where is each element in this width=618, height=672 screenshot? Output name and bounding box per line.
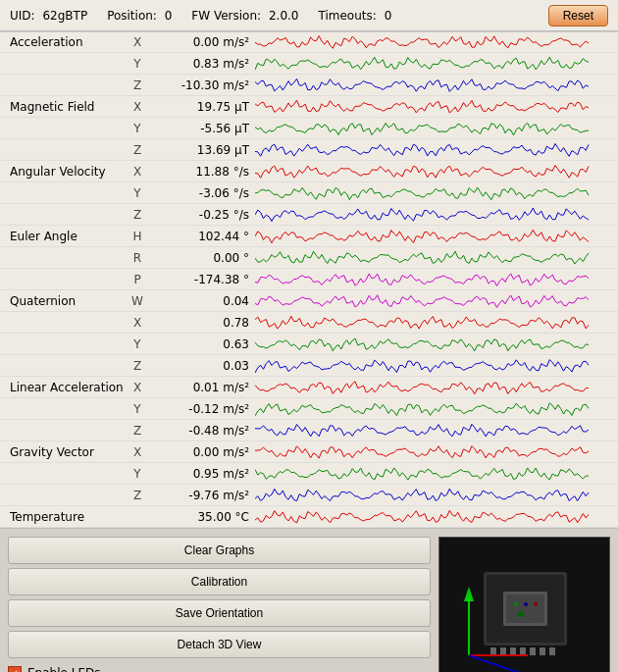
top-bar: UID: 62gBTP Position: 0 FW Version: 2.0.… (0, 0, 618, 31)
sensor-axis-label: X (128, 445, 147, 459)
sensor-axis-label: X (128, 35, 147, 49)
waveform-path (255, 123, 589, 135)
conn-4 (520, 647, 526, 655)
sensor-graph (255, 290, 618, 312)
waveform-path (255, 230, 589, 243)
sensor-row: Y0.63 (0, 334, 618, 355)
waveform-svg (255, 290, 618, 312)
left-controls: Clear Graphs Calibration Save Orientatio… (8, 537, 431, 672)
calibration-button[interactable]: Calibration (8, 568, 431, 595)
sensor-graph (255, 441, 618, 463)
sensor-value-display: 0.83 m/s² (147, 57, 255, 71)
waveform-svg (255, 96, 618, 118)
waveform-svg (255, 398, 618, 420)
sensor-name-label: Quaternion (0, 294, 128, 308)
imu-dot-3 (534, 602, 538, 606)
sensor-graph (255, 182, 618, 204)
waveform-svg (255, 506, 618, 528)
waveform-path (255, 187, 589, 200)
imu-visualization (439, 538, 610, 672)
sensor-graph (255, 485, 618, 506)
imu-dot-4 (518, 611, 524, 617)
sensor-graph (255, 139, 618, 161)
save-orientation-button[interactable]: Save Orientation (8, 599, 431, 627)
waveform-path (255, 467, 589, 479)
sensor-row: Y0.95 m/s² (0, 463, 618, 485)
waveform-path (255, 208, 589, 221)
imu-dot-1 (514, 602, 518, 606)
sensor-graph (255, 118, 618, 139)
sensor-value-display: -0.48 m/s² (147, 424, 255, 438)
sensor-row: Z-10.30 m/s² (0, 75, 618, 96)
sensor-row: Y-0.12 m/s² (0, 398, 618, 420)
sensor-value-display: 0.00 m/s² (147, 35, 255, 49)
sensor-value-display: 102.44 ° (147, 230, 255, 243)
waveform-path (255, 381, 589, 393)
sensor-graph (255, 247, 618, 269)
sensor-table: AccelerationX0.00 m/s²Y0.83 m/s²Z-10.30 … (0, 31, 618, 529)
sensor-axis-label: P (128, 273, 147, 286)
waveform-svg (255, 226, 618, 247)
sensor-value-display: 0.00 ° (147, 251, 255, 265)
imu-3d-view (438, 537, 610, 672)
enable-leds-checkbox[interactable]: ✓ (8, 666, 22, 672)
waveform-svg (255, 334, 618, 355)
waveform-path (255, 165, 589, 178)
sensor-value-display: 0.01 m/s² (147, 381, 255, 394)
detach-3d-button[interactable]: Detach 3D View (8, 631, 431, 658)
waveform-path (255, 316, 589, 329)
sensor-row: Z0.03 (0, 355, 618, 377)
clear-graphs-button[interactable]: Clear Graphs (8, 537, 431, 564)
sensor-value-display: 0.63 (147, 337, 255, 351)
waveform-path (255, 273, 589, 285)
waveform-svg (255, 269, 618, 290)
sensor-value-display: 0.04 (147, 294, 255, 308)
sensor-graph (255, 420, 618, 441)
sensor-axis-label: Y (128, 186, 147, 200)
uid-value: 62gBTP (42, 9, 87, 23)
sensor-value-display: -3.06 °/s (147, 186, 255, 200)
conn-2 (500, 647, 506, 655)
sensor-value-display: -0.25 °/s (147, 208, 255, 222)
sensor-value-display: 11.88 °/s (147, 165, 255, 179)
reset-button[interactable]: Reset (548, 5, 608, 26)
waveform-svg (255, 204, 618, 226)
sensor-graph (255, 161, 618, 182)
sensor-graph (255, 355, 618, 377)
sensor-row: Y0.83 m/s² (0, 53, 618, 75)
waveform-svg (255, 247, 618, 269)
sensor-axis-label: Z (128, 143, 147, 157)
waveform-path (255, 402, 589, 415)
sensor-row: P-174.38 ° (0, 269, 618, 290)
sensor-row: Z13.69 µT (0, 139, 618, 161)
conn-1 (490, 647, 496, 655)
waveform-svg (255, 182, 618, 204)
fw-value: 2.0.0 (269, 9, 299, 23)
waveform-path (255, 57, 589, 70)
sensor-value-display: -9.76 m/s² (147, 489, 255, 502)
sensor-value-display: 19.75 µT (147, 100, 255, 114)
waveform-svg (255, 485, 618, 506)
sensor-graph (255, 377, 618, 398)
sensor-row: Temperature35.00 °C (0, 506, 618, 528)
sensor-graph (255, 96, 618, 118)
sensor-name-label: Linear Acceleration (0, 381, 128, 394)
waveform-path (255, 78, 589, 91)
sensor-name-label: Magnetic Field (0, 100, 128, 114)
waveform-svg (255, 377, 618, 398)
sensor-axis-label: Z (128, 424, 147, 438)
waveform-svg (255, 441, 618, 463)
sensor-value-display: 0.03 (147, 359, 255, 373)
sensor-graph (255, 204, 618, 226)
bottom-section: Clear Graphs Calibration Save Orientatio… (0, 529, 618, 672)
sensor-row: AccelerationX0.00 m/s² (0, 31, 618, 53)
waveform-svg (255, 139, 618, 161)
waveform-path (255, 100, 589, 113)
sensor-axis-label: W (128, 294, 147, 308)
sensor-value-display: -0.12 m/s² (147, 402, 255, 416)
sensor-value-display: -10.30 m/s² (147, 78, 255, 92)
timeouts-label: Timeouts: 0 (319, 9, 392, 23)
sensor-graph (255, 75, 618, 96)
sensor-row: Magnetic FieldX19.75 µT (0, 96, 618, 118)
sensor-axis-label: X (128, 316, 147, 330)
